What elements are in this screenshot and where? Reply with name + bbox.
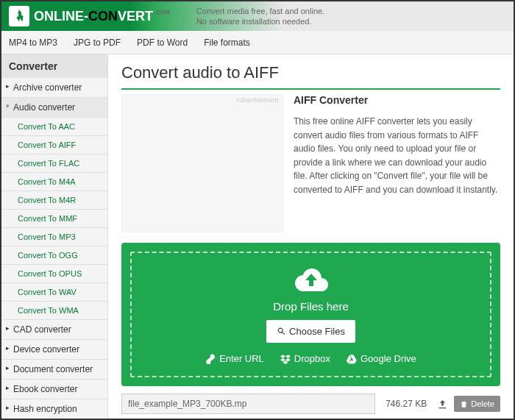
delete-button[interactable]: Delete [454,396,500,412]
logo-text-4: .COM [154,9,170,15]
sidebar-sub-convert-to-mp3[interactable]: Convert To MP3 [1,228,107,246]
logo-text-1: ONLINE- [34,9,88,24]
sidebar-sub-convert-to-m4r[interactable]: Convert To M4R [1,191,107,210]
sidebar-sub-convert-to-aac[interactable]: Convert To AAC [1,118,107,136]
sidebar-title: Converter [1,54,107,78]
nav-pdf-word[interactable]: PDF to Word [137,38,188,48]
sidebar-cat-ebook-converter[interactable]: Ebook converter [1,380,107,399]
upload-icon [437,399,448,410]
site-header: ONLINE- CON VERT .COM Convert media free… [1,1,514,31]
choose-files-label: Choose Files [289,326,345,337]
google-drive-link[interactable]: Google Drive [347,353,416,364]
tagline-line2: No software installation needed. [196,16,324,26]
nav-mp4-mp3[interactable]: MP4 to MP3 [9,38,57,48]
link-icon [205,354,216,364]
sidebar-sub-convert-to-opus[interactable]: Convert To OPUS [1,265,107,283]
nav-jpg-pdf[interactable]: JPG to PDF [74,38,121,48]
main-content: Convert audio to AIFF Advertisement AIFF… [108,54,514,419]
dropbox-label: Dropbox [294,353,330,364]
sidebar-sub-convert-to-aiff[interactable]: Convert To AIFF [1,136,107,154]
enter-url-label: Enter URL [219,353,264,364]
page-title: Convert audio to AIFF [121,63,500,82]
sidebar-cat-audio-converter[interactable]: Audio converter [1,98,107,118]
ad-label: Advertisement [235,96,278,104]
trash-icon [460,400,468,408]
sidebar-sub-convert-to-ogg[interactable]: Convert To OGG [1,246,107,265]
cloud-upload-icon [294,266,329,294]
sidebar-cat-device-converter[interactable]: Device converter [1,340,107,360]
tagline-line1: Convert media free, fast and online. [196,6,324,16]
sidebar-sub-convert-to-wav[interactable]: Convert To WAV [1,283,107,302]
drop-text: Drop Files here [139,300,483,313]
nav-file-formats[interactable]: File formats [204,38,250,48]
dropzone-inner: Drop Files here Choose Files Enter URL D… [130,252,491,377]
google-drive-icon [347,354,357,364]
delete-label: Delete [471,399,494,408]
file-name-input[interactable] [121,394,375,414]
dropzone[interactable]: Drop Files here Choose Files Enter URL D… [121,243,500,386]
sidebar-sub-convert-to-flac[interactable]: Convert To FLAC [1,154,107,173]
sidebar-sub-convert-to-wma[interactable]: Convert To WMA [1,302,107,320]
logo-icon [9,6,29,26]
sidebar: Converter Archive converterAudio convert… [1,54,108,419]
google-drive-label: Google Drive [360,353,416,364]
dropbox-link[interactable]: Dropbox [280,353,330,364]
desc-title: AIFF Converter [294,94,500,106]
file-size: 746.27 KB [381,399,431,409]
tagline: Convert media free, fast and online. No … [196,6,324,27]
sidebar-cat-document-converter[interactable]: Document converter [1,360,107,380]
top-nav: MP4 to MP3 JPG to PDF PDF to Word File f… [1,31,514,54]
choose-files-button[interactable]: Choose Files [266,320,355,343]
logo-text-3: VERT [118,9,153,24]
upload-sources: Enter URL Dropbox Google Drive [139,353,483,364]
search-icon [277,327,286,336]
desc-text: This free online AIFF converter lets you… [294,115,500,197]
title-divider [121,88,500,90]
file-row: 746.27 KB Delete [121,394,500,414]
advertisement: Advertisement [121,94,283,232]
logo-text-2: CON [88,9,118,24]
enter-url-link[interactable]: Enter URL [205,353,264,364]
sidebar-cat-hash-encryption[interactable]: Hash encryption [1,399,107,419]
dropbox-icon [280,354,291,364]
sidebar-sub-convert-to-m4a[interactable]: Convert To M4A [1,173,107,191]
logo[interactable]: ONLINE- CON VERT .COM [9,6,170,26]
sidebar-cat-archive-converter[interactable]: Archive converter [1,78,107,98]
description: AIFF Converter This free online AIFF con… [294,94,500,232]
sidebar-cat-cad-converter[interactable]: CAD converter [1,320,107,340]
sidebar-sub-convert-to-mmf[interactable]: Convert To MMF [1,210,107,228]
